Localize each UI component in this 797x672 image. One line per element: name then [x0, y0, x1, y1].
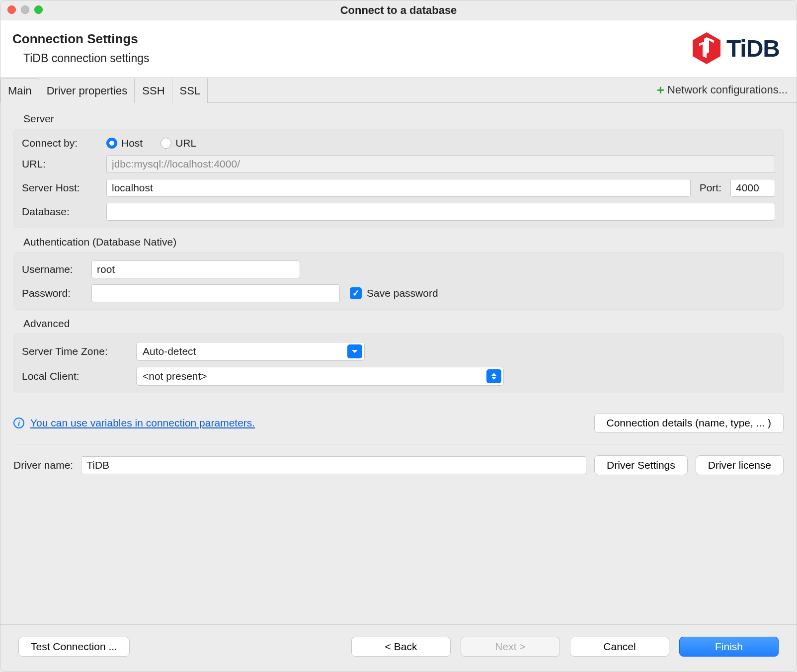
port-label: Port:: [700, 182, 721, 194]
database-label: Database:: [22, 206, 101, 218]
window-controls: [7, 5, 43, 14]
cancel-button[interactable]: Cancel: [570, 637, 669, 657]
url-field: [106, 155, 775, 173]
radio-host-label: Host: [121, 137, 143, 149]
username-field[interactable]: [91, 260, 300, 278]
next-button: Next >: [461, 637, 560, 657]
connect-by-host-radio[interactable]: Host: [106, 137, 143, 149]
local-client-value: <not present>: [143, 370, 207, 382]
tab-driver-properties[interactable]: Driver properties: [39, 78, 135, 103]
chevron-down-icon: [347, 344, 362, 358]
local-client-label: Local Client:: [22, 370, 131, 382]
network-configurations-button[interactable]: + Network configurations...: [657, 83, 788, 98]
server-panel: Connect by: Host URL URL: Server Host: P…: [13, 129, 784, 228]
divider: [13, 444, 784, 444]
driver-name-field[interactable]: [81, 456, 586, 474]
test-connection-button[interactable]: Test Connection ...: [18, 637, 130, 657]
footer-right: < Back Next > Cancel Finish: [351, 637, 779, 657]
footer: Test Connection ... < Back Next > Cancel…: [0, 624, 797, 672]
timezone-value: Auto-detect: [143, 345, 196, 357]
radio-icon: [106, 138, 117, 149]
timezone-select[interactable]: Auto-detect: [136, 342, 365, 361]
radio-url-label: URL: [175, 137, 196, 149]
hint-row: i You can use variables in connection pa…: [13, 413, 784, 433]
tidb-hexagon-icon: [692, 31, 721, 65]
save-password-checkbox[interactable]: ✓ Save password: [350, 287, 438, 299]
network-configurations-label: Network configurations...: [667, 84, 788, 96]
titlebar: Connect to a database: [0, 0, 797, 20]
tab-row: Main Driver properties SSH SSL + Network…: [0, 78, 797, 103]
info-icon: i: [13, 418, 24, 428]
driver-settings-button[interactable]: Driver Settings: [594, 455, 688, 475]
radio-icon: [160, 138, 171, 149]
checkbox-icon: ✓: [350, 287, 362, 299]
plus-icon: +: [657, 83, 664, 98]
server-section-label: Server: [23, 113, 784, 125]
brand-name: TiDB: [726, 35, 780, 62]
variables-hint-link[interactable]: You can use variables in connection para…: [30, 417, 255, 429]
close-window-button[interactable]: [7, 5, 16, 14]
hint-left: i You can use variables in connection pa…: [13, 417, 255, 429]
username-label: Username:: [22, 263, 86, 275]
connection-details-button[interactable]: Connection details (name, type, ... ): [594, 413, 784, 433]
password-field[interactable]: [91, 284, 340, 302]
database-field[interactable]: [106, 203, 775, 221]
page-subtitle: TiDB connection settings: [23, 52, 150, 65]
server-host-field[interactable]: [106, 179, 691, 197]
auth-section-label: Authentication (Database Native): [23, 236, 784, 248]
connect-by-url-radio[interactable]: URL: [160, 137, 196, 149]
server-host-label: Server Host:: [22, 182, 101, 194]
tabs: Main Driver properties SSH SSL: [0, 78, 208, 102]
tab-ssh[interactable]: SSH: [135, 78, 172, 103]
maximize-window-button[interactable]: [34, 5, 43, 14]
minimize-window-button[interactable]: [21, 5, 29, 14]
auth-panel: Username: Password: ✓ Save password: [13, 252, 784, 310]
url-label: URL:: [22, 158, 101, 170]
driver-row: Driver name: Driver Settings Driver lice…: [13, 455, 784, 475]
brand-logo: TiDB: [692, 31, 780, 65]
window-title: Connect to a database: [340, 4, 457, 17]
updown-icon: [486, 369, 501, 383]
port-field[interactable]: [730, 179, 775, 197]
back-button[interactable]: < Back: [351, 637, 451, 657]
local-client-select[interactable]: <not present>: [136, 367, 504, 386]
tab-main[interactable]: Main: [0, 78, 39, 103]
driver-license-button[interactable]: Driver license: [696, 455, 784, 475]
tab-ssl[interactable]: SSL: [172, 78, 208, 103]
finish-button[interactable]: Finish: [679, 637, 779, 657]
content: Server Connect by: Host URL URL: Server …: [0, 103, 797, 624]
password-label: Password:: [22, 287, 86, 299]
advanced-section-label: Advanced: [23, 318, 784, 330]
driver-name-label: Driver name:: [13, 459, 73, 471]
header: Connection Settings TiDB connection sett…: [0, 20, 797, 78]
advanced-panel: Server Time Zone: Auto-detect Local Clie…: [13, 334, 784, 393]
connect-by-label: Connect by:: [22, 137, 101, 149]
page-title: Connection Settings: [12, 31, 150, 47]
header-text: Connection Settings TiDB connection sett…: [12, 31, 150, 65]
save-password-label: Save password: [367, 287, 438, 299]
timezone-label: Server Time Zone:: [22, 345, 131, 357]
